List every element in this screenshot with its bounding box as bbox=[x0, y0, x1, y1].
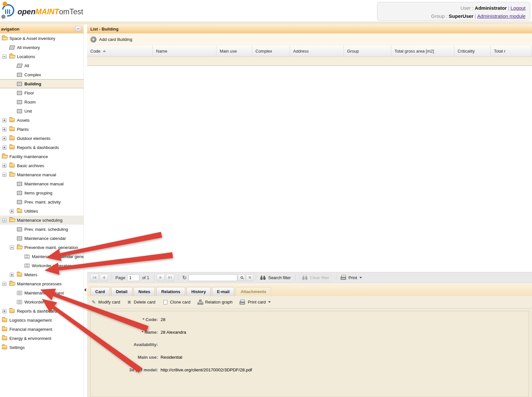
search-go-button[interactable] bbox=[238, 274, 245, 281]
folder-open-icon bbox=[9, 218, 15, 222]
nav-item-maintenance-scheduling[interactable]: − Maintenance scheduling bbox=[0, 216, 84, 225]
column-header[interactable]: Complex bbox=[252, 45, 290, 56]
expander-icon[interactable]: − bbox=[2, 55, 6, 59]
folder-icon bbox=[2, 345, 7, 349]
grid-icon bbox=[17, 227, 22, 231]
column-header[interactable]: Total r bbox=[491, 45, 532, 56]
tab-relations[interactable]: Relations bbox=[156, 287, 185, 296]
nav-item-items-grouping[interactable]: Items grouping bbox=[0, 188, 84, 197]
print-button[interactable]: Print bbox=[341, 275, 362, 280]
column-header[interactable]: Group bbox=[344, 45, 391, 56]
nav-item-workorder-generator[interactable]: Workorder generator bbox=[0, 261, 84, 270]
nav-item-financial-management[interactable]: Financial management bbox=[0, 325, 84, 334]
expander-icon[interactable]: − bbox=[2, 282, 6, 286]
tab-card[interactable]: Card bbox=[90, 287, 110, 296]
nav-item-maintenance-manual[interactable]: − Maintenance manual bbox=[0, 170, 84, 179]
expander-icon[interactable]: − bbox=[10, 245, 14, 250]
grid-all-icon bbox=[9, 45, 15, 50]
table-cell bbox=[87, 57, 153, 66]
delete-card-button[interactable]: ✖ Delete card bbox=[127, 300, 155, 305]
nav-item-workorder[interactable]: Workorder bbox=[0, 297, 84, 306]
expander-icon[interactable]: + bbox=[2, 145, 6, 150]
nav-item-maintenance-manual[interactable]: Maintenance manual bbox=[0, 179, 84, 188]
nav-item-all-inventory[interactable]: All inventory bbox=[0, 43, 84, 52]
first-page-button[interactable] bbox=[90, 274, 98, 281]
relation-graph-button[interactable]: Relation graph bbox=[198, 300, 233, 304]
tree-item-label: Locations bbox=[17, 54, 35, 59]
next-page-button[interactable] bbox=[157, 274, 165, 281]
tree-item-label: Space & Asset inventory bbox=[9, 36, 55, 41]
column-header[interactable]: Address bbox=[290, 45, 344, 56]
search-filter-button[interactable]: Search filter bbox=[260, 275, 291, 280]
table-row[interactable] bbox=[87, 57, 532, 66]
previous-page-button[interactable] bbox=[100, 274, 108, 281]
modify-card-button[interactable]: ✎ Modify card bbox=[92, 299, 120, 305]
expander-icon[interactable]: + bbox=[2, 136, 6, 141]
table-cell bbox=[153, 57, 216, 66]
logout-link[interactable]: Logout bbox=[511, 5, 526, 11]
grid-icon bbox=[17, 91, 22, 95]
nav-item-facility-maintenance[interactable]: Facility maintenance bbox=[0, 152, 84, 161]
tab-notes[interactable]: Notes bbox=[134, 287, 155, 296]
nav-item-reports-dashboards[interactable]: + Reports & dashboards bbox=[0, 306, 84, 316]
expander-icon[interactable]: − bbox=[2, 218, 6, 222]
tree-item-label: Plants bbox=[17, 127, 29, 132]
print-card-button[interactable]: Print card bbox=[240, 300, 271, 304]
menu-caret-icon bbox=[268, 301, 271, 303]
nav-item-logistics-management[interactable]: Logistics management bbox=[0, 316, 84, 325]
nav-item-space-asset-inventory[interactable]: Space & Asset inventory bbox=[0, 34, 84, 43]
clone-card-button[interactable]: Clone card bbox=[162, 300, 190, 304]
column-header[interactable]: Name bbox=[153, 45, 216, 56]
nav-item-plants[interactable]: + Plants bbox=[0, 125, 84, 134]
expander-icon[interactable]: + bbox=[2, 309, 6, 313]
collapse-panel-button[interactable]: − bbox=[75, 26, 81, 31]
nav-item-basic-archives[interactable]: + Basic archives bbox=[0, 161, 84, 170]
nav-item-complex[interactable]: Complex bbox=[0, 70, 84, 79]
page-number-input[interactable] bbox=[127, 274, 139, 281]
tab-attachments[interactable]: Attachments bbox=[236, 287, 271, 296]
nav-item-utilities[interactable]: + Utilities bbox=[0, 206, 84, 216]
nav-item-locations[interactable]: − Locations bbox=[0, 52, 84, 61]
column-header[interactable]: Criticality bbox=[454, 45, 491, 56]
tab-detail[interactable]: Detail bbox=[111, 287, 132, 296]
nav-item-prev-maint-scheduling[interactable]: Prev. maint. scheduling bbox=[0, 225, 84, 234]
tab-e-mail[interactable]: E-mail bbox=[212, 287, 234, 296]
nav-item-preventive-maint-generation[interactable]: − Preventive maint. generation bbox=[0, 243, 84, 252]
nav-item-maintenance-processes[interactable]: − Maintenance processes bbox=[0, 279, 84, 288]
nav-item-all[interactable]: All bbox=[0, 61, 84, 70]
nav-item-outdoor-elements[interactable]: + Outdoor elements bbox=[0, 134, 84, 143]
column-header[interactable]: Main use bbox=[216, 45, 252, 56]
administration-module-link[interactable]: Administration module bbox=[477, 13, 526, 19]
nav-item-assets[interactable]: + Assets bbox=[0, 116, 84, 125]
expander-icon[interactable]: + bbox=[2, 118, 6, 122]
tab-history[interactable]: History bbox=[187, 287, 211, 296]
expander-icon[interactable]: + bbox=[2, 164, 6, 168]
clear-filter-button[interactable]: Clear filter bbox=[300, 274, 332, 281]
tree-item-label: Complex bbox=[24, 72, 41, 77]
nav-item-room[interactable]: Room bbox=[0, 97, 84, 106]
folder-open-icon bbox=[9, 173, 15, 177]
nav-item-settings[interactable]: Settings bbox=[0, 343, 84, 352]
quick-search-input[interactable] bbox=[188, 274, 237, 281]
expander-icon[interactable]: + bbox=[2, 127, 6, 131]
nav-item-floor[interactable]: Floor bbox=[0, 88, 84, 97]
search-clear-button[interactable]: ✕ bbox=[246, 274, 253, 281]
nav-item-maintenance-calendar-generator[interactable]: Maintenance calendar generator bbox=[0, 252, 84, 261]
last-page-button[interactable] bbox=[166, 274, 174, 281]
add-card-building-button[interactable]: Add card Building bbox=[99, 37, 132, 42]
column-header[interactable]: Total gross area [m2] bbox=[391, 45, 454, 56]
refresh-icon[interactable]: ↻ bbox=[182, 275, 187, 281]
nav-item-unit[interactable]: Unit bbox=[0, 106, 84, 116]
nav-item-maintenance-request[interactable]: Maintenance request bbox=[0, 288, 84, 297]
nav-item-maintenance-calendar[interactable]: Maintenance calendar bbox=[0, 234, 84, 243]
nav-item-reports-dashboards[interactable]: + Reports & dashboards bbox=[0, 143, 84, 152]
nav-item-prev-maint-activity[interactable]: Prev. maint. activity bbox=[0, 197, 84, 206]
column-header[interactable]: Code bbox=[87, 45, 153, 56]
expander-icon[interactable]: − bbox=[2, 173, 6, 177]
expander-icon[interactable]: + bbox=[10, 209, 14, 213]
nav-item-building[interactable]: Building bbox=[0, 79, 84, 88]
splitter-collapse-icon[interactable] bbox=[84, 288, 86, 292]
expander-icon[interactable]: + bbox=[10, 273, 14, 277]
nav-item-meters[interactable]: + Meters bbox=[0, 270, 84, 279]
nav-item-energy-environment[interactable]: Energy & environment bbox=[0, 334, 84, 343]
